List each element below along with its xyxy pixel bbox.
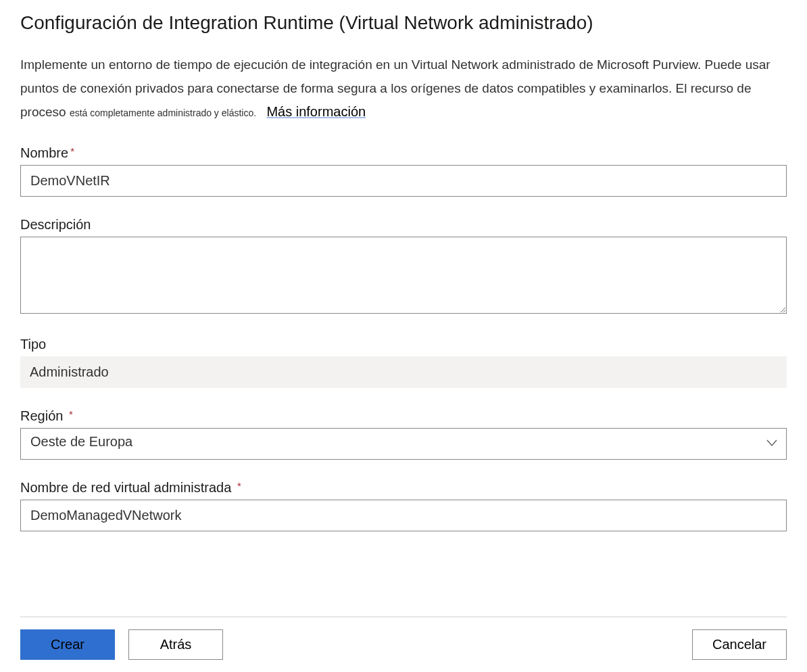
description-label: Descripción	[20, 217, 91, 233]
description-text-small: está completamente administrado y elásti…	[70, 107, 256, 118]
description-input[interactable]	[20, 237, 787, 314]
panel-title: Configuración de Integration Runtime (Vi…	[20, 12, 787, 34]
name-label: Nombre*	[20, 145, 74, 161]
type-readonly-value: Administrado	[20, 356, 787, 388]
type-field-block: Tipo Administrado	[20, 337, 787, 388]
required-asterisk: *	[70, 145, 74, 157]
name-field-block: Nombre*	[20, 145, 787, 197]
vnet-name-input[interactable]	[20, 500, 787, 531]
region-select-wrap: Oeste de Europa	[20, 428, 787, 460]
panel-footer: Crear Atrás Cancelar	[20, 617, 787, 672]
required-asterisk: *	[69, 408, 73, 420]
description-field-block: Descripción	[20, 217, 787, 316]
region-field-block: Región * Oeste de Europa	[20, 408, 787, 460]
region-label: Región *	[20, 408, 73, 424]
required-asterisk: *	[237, 480, 241, 491]
name-label-text: Nombre	[20, 145, 68, 160]
cancel-button[interactable]: Cancelar	[692, 629, 787, 660]
more-info-link[interactable]: Más información	[266, 104, 366, 119]
vnet-name-label-text: Nombre de red virtual administrada	[20, 480, 231, 495]
region-select[interactable]: Oeste de Europa	[20, 428, 787, 460]
integration-runtime-panel: Configuración de Integration Runtime (Vi…	[0, 0, 807, 672]
type-label: Tipo	[20, 337, 46, 352]
vnet-name-label: Nombre de red virtual administrada *	[20, 480, 241, 496]
content-area: Configuración de Integration Runtime (Vi…	[20, 12, 787, 610]
panel-description: Implemente un entorno de tiempo de ejecu…	[20, 53, 787, 125]
name-input[interactable]	[20, 165, 787, 197]
create-button[interactable]: Crear	[20, 629, 115, 660]
region-label-text: Región	[20, 408, 63, 423]
vnet-name-field-block: Nombre de red virtual administrada *	[20, 480, 787, 531]
back-button[interactable]: Atrás	[128, 629, 223, 660]
